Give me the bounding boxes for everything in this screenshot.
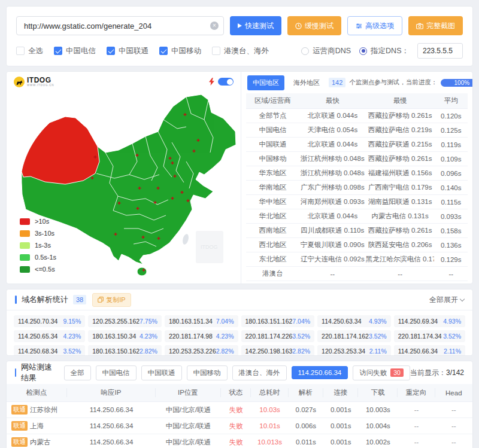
- results-filter-tab[interactable]: 中国联通: [141, 365, 182, 380]
- tab-china-region[interactable]: 中国地区: [247, 75, 284, 90]
- dns-ip-cell[interactable]: 114.250.63.34 4.93%: [317, 315, 391, 327]
- dns-ip-cell[interactable]: 180.163.151.34 7.04%: [165, 315, 238, 327]
- dns-ip-cell[interactable]: 120.253.253.226 2.82%: [165, 345, 238, 356]
- advanced-options-button[interactable]: 高级选项: [347, 16, 402, 35]
- dns-ip-cell[interactable]: 220.181.174.162 3.52%: [317, 330, 391, 342]
- legend-label: 0.5s-1s: [35, 254, 56, 261]
- legend-swatch: [20, 266, 30, 273]
- col-ip-location: IP位置: [156, 388, 221, 397]
- legend-swatch: [20, 218, 30, 225]
- dns-ip-cell[interactable]: 180.163.150.34 4.23%: [88, 330, 162, 342]
- region-table-row[interactable]: 西南地区 四川成都联通 0.110s 西藏拉萨移动 0.261s 0.158s: [246, 224, 468, 238]
- fastest-value: --: [299, 270, 366, 278]
- checkbox-box-icon[interactable]: [212, 47, 220, 55]
- copy-ip-button[interactable]: 复制IP: [92, 293, 131, 307]
- isp-checkbox-group: 全选 中国电信 中国联通 中国移动: [16, 46, 269, 56]
- average-value: 0.125s: [434, 127, 468, 134]
- isp-checkbox[interactable]: 中国电信: [54, 46, 96, 56]
- dns-ip-cell[interactable]: 220.181.174.34 3.52%: [394, 330, 465, 342]
- region-name: 华中地区: [246, 197, 299, 206]
- dns-ip-cell[interactable]: 114.250.69.34 4.93%: [394, 315, 465, 327]
- map-and-region-card: ITDOG WWW.ITDOG.CN: [6, 71, 473, 284]
- isp-checkbox[interactable]: 中国联通: [107, 46, 148, 56]
- results-filter-tab[interactable]: 114.250.66.34: [292, 366, 348, 379]
- taiwan-island[interactable]: [181, 233, 189, 245]
- clear-url-icon[interactable]: ×: [210, 22, 219, 30]
- download-time: 10.003s: [358, 406, 398, 413]
- average-value: 0.136s: [434, 242, 468, 249]
- fastest-value: 宁夏银川联通 0.090s: [299, 240, 366, 249]
- map-toggle-switch[interactable]: [218, 78, 234, 86]
- total-time: 10.03s: [251, 406, 288, 413]
- checkbox-box-icon[interactable]: [16, 47, 25, 55]
- quick-test-button[interactable]: 快速测试: [230, 16, 281, 35]
- results-table-row[interactable]: 联通 内蒙古 114.250.66.34 中国/北京/联通 失败 10.013s…: [7, 434, 472, 448]
- dns-ip-cell[interactable]: 120.253.253.34 2.11%: [317, 345, 391, 356]
- dns-ip-cell[interactable]: 120.253.255.162 7.75%: [88, 315, 162, 327]
- progress-caption: 个监测点参与测试，当前进度：: [349, 78, 437, 87]
- fastest-value: 天津电信 0.054s: [299, 126, 366, 135]
- xinjiang-region-red[interactable]: [22, 117, 99, 184]
- region-table-row[interactable]: 华南地区 广东广州移动 0.098s 广西南宁电信 0.179s 0.140s: [246, 181, 468, 195]
- dns-ip-cell[interactable]: 220.181.174.98 4.23%: [165, 330, 238, 342]
- slow-test-button[interactable]: 缓慢测试: [287, 16, 341, 35]
- results-filter-tab[interactable]: 访问失败 30: [353, 365, 410, 380]
- region-table-row[interactable]: 中国联通 北京联通 0.044s 西藏拉萨联通 0.215s 0.119s: [246, 138, 468, 152]
- dns-ip-cell[interactable]: 220.181.174.226 3.52%: [241, 330, 315, 342]
- dns-ip-cell[interactable]: 114.250.66.34 2.11%: [394, 345, 465, 356]
- region-table-row[interactable]: 港澳台 -- -- --: [246, 267, 468, 281]
- region-table-header: 区域/运营商 最快 最慢 平均: [246, 93, 468, 109]
- checkbox-box-icon[interactable]: [54, 47, 62, 55]
- dns-stats-card: 域名解析统计 38 复制IP 全部展开 114.250.70.34 9.15% …: [6, 289, 473, 356]
- dns-ip-cell[interactable]: 142.250.198.163 2.82%: [241, 345, 315, 356]
- average-value: 0.158s: [434, 227, 468, 234]
- radio-circle-icon[interactable]: [301, 47, 309, 55]
- response-ip: 114.250.66.34: [67, 422, 156, 429]
- url-input[interactable]: [16, 16, 224, 35]
- dns-ip-cell[interactable]: 114.250.68.34 3.52%: [14, 345, 85, 356]
- region-name: 港澳台: [246, 269, 299, 278]
- region-table-row[interactable]: 全部节点 北京联通 0.044s 西藏拉萨移动 0.261s 0.120s: [246, 109, 468, 123]
- region-table-row[interactable]: 华中地区 河南郑州联通 0.093s 湖南益阳联通 0.131s 0.115s: [246, 195, 468, 209]
- tab-label: 全部: [71, 368, 84, 377]
- region-name: 中国电信: [246, 126, 299, 135]
- dns-server-input[interactable]: [417, 43, 463, 59]
- region-table-row[interactable]: 中国电信 天津电信 0.054s 西藏拉萨电信 0.219s 0.125s: [246, 123, 468, 138]
- checkbox-box-icon[interactable]: [107, 47, 115, 55]
- region-table-row[interactable]: 华北地区 北京联通 0.044s 内蒙古电信 0.131s 0.093s: [246, 209, 468, 224]
- dns-ip-cell[interactable]: 114.250.70.34 9.15%: [14, 315, 85, 327]
- ip-percentage: 3.52%: [63, 348, 81, 355]
- region-table-row[interactable]: 华东地区 浙江杭州移动 0.048s 福建福州联通 0.156s 0.096s: [246, 166, 468, 181]
- region-table-row[interactable]: 西北地区 宁夏银川联通 0.090s 陕西延安电信 0.206s 0.136s: [246, 238, 468, 252]
- tab-overseas-region[interactable]: 海外地区: [288, 75, 325, 90]
- lightning-icon[interactable]: [209, 78, 214, 86]
- results-filter-tab[interactable]: 港澳台、海外: [232, 365, 287, 380]
- connect-time: 0.001s: [323, 422, 358, 429]
- isp-checkbox[interactable]: 中国移动: [159, 46, 201, 56]
- isp-dns-radio[interactable]: 运营商DNS: [301, 46, 351, 56]
- slowest-value: 黑龙江哈尔滨电信 0.179s: [366, 255, 435, 264]
- isp-badge: 联通: [11, 421, 28, 431]
- hainan-island[interactable]: [137, 267, 147, 276]
- full-screenshot-button[interactable]: 完整截图: [408, 16, 463, 35]
- custom-dns-radio[interactable]: 指定DNS：: [359, 46, 409, 56]
- expand-all-button[interactable]: 全部展开: [429, 295, 464, 305]
- region-table-row[interactable]: 东北地区 辽宁大连电信 0.092s 黑龙江哈尔滨电信 0.179s 0.129…: [246, 252, 468, 267]
- checkbox-box-icon[interactable]: [159, 47, 168, 55]
- results-filter-tab[interactable]: 中国电信: [96, 365, 137, 380]
- speed-results-card: 网站测速结果 全部 中国电信 中国联通: [6, 361, 473, 448]
- results-table-row[interactable]: 联通 上海 114.250.66.34 中国/北京/联通 失败 10.01s 0…: [7, 418, 472, 434]
- isp-checkbox[interactable]: 港澳台、海外: [212, 46, 269, 56]
- dns-ip-cell[interactable]: 180.163.150.162 2.82%: [88, 345, 162, 356]
- isp-checkbox[interactable]: 全选: [16, 46, 43, 56]
- dns-ip-cell[interactable]: 114.250.65.34 4.23%: [14, 330, 85, 342]
- results-filter-tab[interactable]: 中国移动: [187, 365, 228, 380]
- download-time: 10.002s: [358, 438, 398, 446]
- results-table-row[interactable]: 联通 江苏徐州 114.250.66.34 中国/北京/联通 失败 10.03s…: [7, 402, 472, 418]
- results-filter-tab[interactable]: 全部: [64, 365, 91, 380]
- radio-circle-icon[interactable]: [359, 47, 367, 55]
- col-redirect: 重定向: [398, 388, 435, 397]
- dns-ip-cell[interactable]: 180.163.151.162 7.04%: [241, 315, 315, 327]
- region-table-row[interactable]: 中国移动 浙江杭州移动 0.048s 西藏拉萨移动 0.261s 0.109s: [246, 152, 468, 166]
- ip-location: 中国/北京/联通: [156, 438, 221, 447]
